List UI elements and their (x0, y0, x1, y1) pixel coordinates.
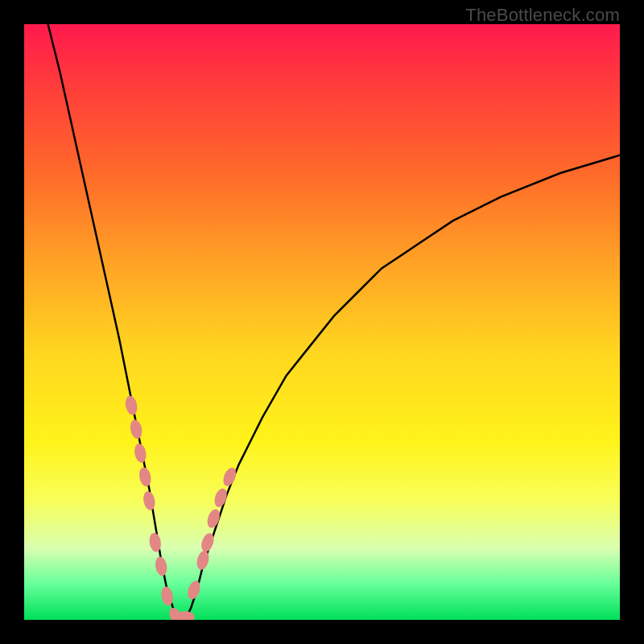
watermark-text: TheBottleneck.com (465, 5, 620, 26)
curve-marker (138, 466, 152, 487)
curve-svg (24, 24, 620, 620)
curve-marker (129, 419, 143, 440)
chart-frame: TheBottleneck.com (0, 0, 644, 644)
curve-marker (142, 490, 156, 511)
marker-group (124, 394, 238, 620)
bottleneck-curve (48, 24, 620, 620)
curve-marker (221, 466, 238, 488)
curve-marker (154, 555, 168, 576)
curve-marker (133, 443, 147, 464)
curve-marker (124, 394, 138, 415)
plot-area (24, 24, 620, 620)
